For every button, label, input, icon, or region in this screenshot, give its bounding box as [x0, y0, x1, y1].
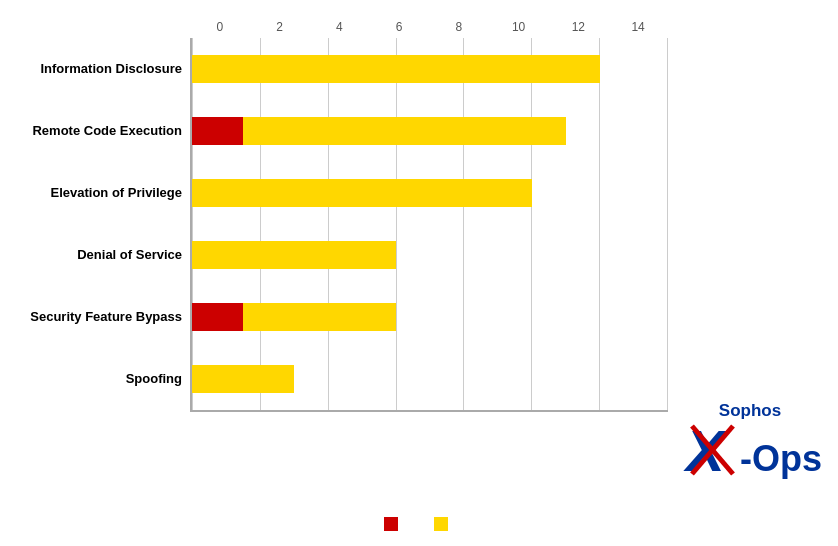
bar-important: [192, 365, 294, 393]
bar-row: Information Disclosure: [192, 38, 668, 100]
bar-group: [192, 53, 668, 85]
bar-row: Remote Code Execution: [192, 100, 668, 162]
chart-area: 02468101214 Information DisclosureRemote…: [190, 20, 668, 412]
bar-row: Spoofing: [192, 348, 668, 410]
bar-group: [192, 301, 668, 333]
bar-label: Remote Code Execution: [17, 123, 182, 139]
bar-label: Spoofing: [17, 371, 182, 387]
x-label: 8: [429, 20, 489, 34]
legend-important: [434, 517, 454, 531]
bar-label: Denial of Service: [17, 247, 182, 263]
bar-group: [192, 177, 668, 209]
x-label: 6: [369, 20, 429, 34]
x-label: 0: [190, 20, 250, 34]
bar-label: Elevation of Privilege: [17, 185, 182, 201]
bar-important: [192, 55, 600, 83]
x-label: 10: [489, 20, 549, 34]
bar-row: Security Feature Bypass: [192, 286, 668, 348]
bar-group: [192, 239, 668, 271]
chart-container: 02468101214 Information DisclosureRemote…: [0, 0, 838, 546]
bar-important: [192, 117, 566, 145]
legend-critical: [384, 517, 404, 531]
x-label: 12: [549, 20, 609, 34]
svg-text:Sophos: Sophos: [719, 401, 781, 420]
bar-critical: [192, 117, 243, 145]
legend-critical-box: [384, 517, 398, 531]
x-label: 2: [250, 20, 310, 34]
bar-row: Elevation of Privilege: [192, 162, 668, 224]
bar-critical: [192, 303, 243, 331]
logo-svg: Sophos X -Ops: [678, 396, 823, 491]
sophos-xops-logo: Sophos X -Ops: [678, 396, 823, 491]
x-label: 14: [608, 20, 668, 34]
x-axis-labels: 02468101214: [190, 20, 668, 34]
chart-legend: [384, 517, 454, 531]
legend-important-box: [434, 517, 448, 531]
bar-important: [192, 241, 396, 269]
bar-row: Denial of Service: [192, 224, 668, 286]
svg-text:X: X: [683, 418, 728, 483]
x-label: 4: [310, 20, 370, 34]
bar-label: Security Feature Bypass: [17, 309, 182, 325]
svg-text:-Ops: -Ops: [740, 438, 822, 479]
bar-important: [192, 179, 532, 207]
bars-area: Information DisclosureRemote Code Execut…: [190, 38, 668, 412]
bar-group: [192, 115, 668, 147]
bar-group: [192, 363, 668, 395]
bar-label: Information Disclosure: [17, 61, 182, 77]
